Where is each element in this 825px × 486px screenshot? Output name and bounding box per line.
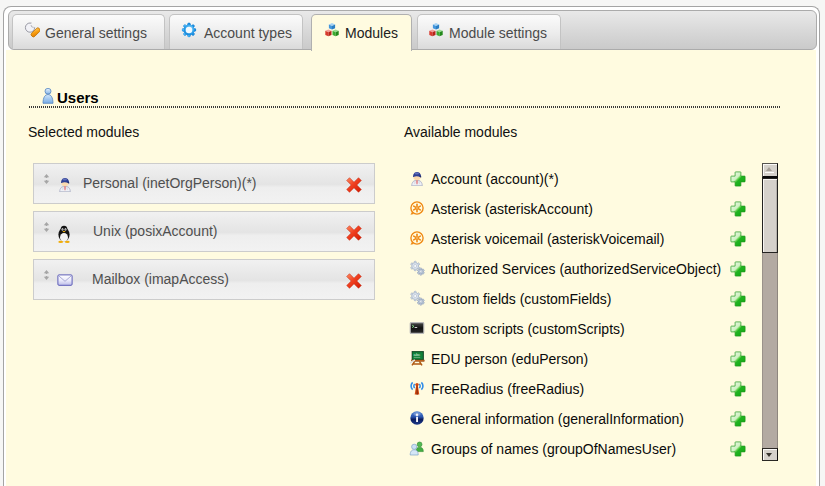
svg-text:abc: abc (414, 352, 421, 357)
